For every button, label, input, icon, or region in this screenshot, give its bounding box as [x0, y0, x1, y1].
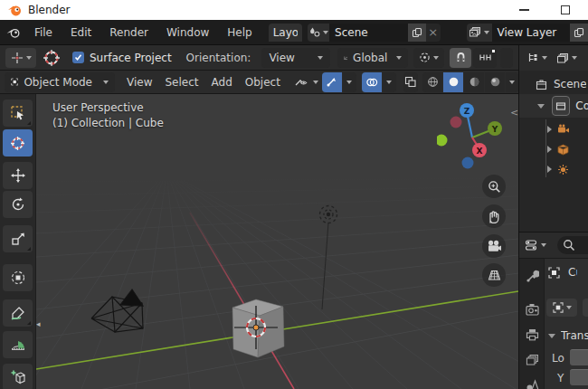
- outliner-object-row-camera[interactable]: [519, 119, 588, 139]
- gizmo-y-ball[interactable]: Y: [488, 121, 502, 136]
- search-icon: [563, 239, 575, 251]
- view-layer-field[interactable]: View Layer: [492, 24, 571, 42]
- outliner-object-row-light[interactable]: [519, 159, 588, 179]
- gizmos-dropdown[interactable]: [343, 72, 356, 92]
- shading-rendered-button[interactable]: [485, 72, 505, 92]
- gizmo-arrow-icon: [326, 76, 337, 88]
- chevron-down-icon: [433, 56, 439, 60]
- workspace-tab-layout[interactable]: Layout: [269, 24, 302, 42]
- toolbar-expand-arrow[interactable]: ◂: [36, 319, 41, 328]
- collapse-arrow-icon[interactable]: [537, 104, 545, 109]
- object-type-visibility-dropdown[interactable]: [294, 76, 318, 89]
- tab-output[interactable]: [521, 324, 543, 346]
- menu-render[interactable]: Render: [100, 26, 157, 39]
- tool-add-cube[interactable]: [3, 364, 33, 389]
- breadcrumb-object-name: Cube: [568, 266, 577, 279]
- properties-tab-strip: [519, 259, 545, 389]
- mode-dropdown[interactable]: Object Mode: [5, 72, 115, 92]
- zoom-button[interactable]: [482, 175, 506, 198]
- outliner-filter-dropdown[interactable]: [556, 52, 577, 64]
- material-sphere-icon: [469, 76, 480, 88]
- tool-select-box[interactable]: [3, 100, 33, 127]
- camera-view-button[interactable]: [482, 234, 506, 258]
- object-selector-dropdown[interactable]: [546, 299, 577, 317]
- gizmo-neg-y-ball[interactable]: [437, 135, 448, 147]
- scene-browse-button[interactable]: [308, 24, 329, 42]
- properties-breadcrumb: Cube: [548, 266, 577, 279]
- clipped-widget[interactable]: [500, 48, 513, 68]
- menu-edit[interactable]: Edit: [62, 26, 100, 39]
- menu-help[interactable]: Help: [218, 26, 261, 39]
- minimize-button[interactable]: [508, 0, 539, 20]
- pivot-point-dropdown[interactable]: [413, 48, 444, 68]
- viewport-menu-select[interactable]: Select: [158, 76, 204, 89]
- 3d-viewport[interactable]: User Perspective (1) Collection | Cube Z…: [36, 94, 518, 389]
- maximize-button[interactable]: [550, 0, 581, 20]
- shading-material-button[interactable]: [464, 72, 484, 92]
- chevron-down-icon: [386, 81, 392, 84]
- expand-arrow-icon[interactable]: [547, 146, 552, 153]
- show-overlays-toggle[interactable]: [362, 72, 382, 92]
- 3d-cursor-icon: [42, 48, 62, 68]
- outliner-collection-row[interactable]: Collection: [519, 94, 588, 118]
- outliner-scene-row[interactable]: Scene: [519, 74, 588, 94]
- tool-annotate[interactable]: [3, 299, 33, 327]
- blender-logo-icon[interactable]: [5, 25, 22, 40]
- tool-scale[interactable]: [3, 225, 33, 252]
- navigation-gizmo[interactable]: Z Y X: [437, 100, 509, 172]
- viewport-menu-add[interactable]: Add: [205, 76, 239, 89]
- show-gizmos-toggle[interactable]: [322, 72, 342, 92]
- shading-solid-button[interactable]: [443, 72, 463, 92]
- scene-row-label: Scene: [554, 78, 586, 90]
- view-layer-copy-button[interactable]: [570, 24, 588, 42]
- shading-dropdown[interactable]: [506, 72, 518, 92]
- orientation-dropdown[interactable]: View: [261, 48, 330, 68]
- properties-search-field[interactable]: [557, 236, 588, 254]
- tool-rotate[interactable]: [3, 191, 33, 218]
- tool-cursor[interactable]: [3, 129, 33, 157]
- outliner-object-row-cube[interactable]: [519, 139, 588, 159]
- location-x-field[interactable]: [570, 349, 588, 365]
- shading-wireframe-button[interactable]: [422, 72, 442, 92]
- gizmo-x-ball[interactable]: X: [472, 143, 487, 157]
- scene-unlink-button[interactable]: ×: [426, 24, 441, 42]
- transform-panel-header[interactable]: Transform: [548, 329, 588, 342]
- tool-transform[interactable]: [3, 264, 33, 291]
- overlays-dropdown[interactable]: [383, 72, 396, 92]
- snap-toggle-button[interactable]: [450, 48, 471, 68]
- xray-toggle[interactable]: [403, 72, 418, 92]
- tab-view-layer[interactable]: [521, 349, 543, 371]
- menu-file[interactable]: File: [25, 26, 62, 39]
- properties-editor-type-dropdown[interactable]: [525, 239, 546, 251]
- tool-move[interactable]: [3, 162, 33, 189]
- surface-project-checkbox[interactable]: [72, 52, 84, 63]
- expand-arrow-icon[interactable]: [547, 126, 552, 133]
- collection-icon-button[interactable]: [552, 96, 570, 116]
- outliner-display-mode-dropdown[interactable]: [526, 52, 547, 64]
- tab-render[interactable]: [521, 299, 543, 320]
- sidebar-toggle[interactable]: <: [510, 107, 518, 119]
- top-menubar: File Edit Render Window Help Layout Scen…: [0, 20, 588, 45]
- perspective-toggle-button[interactable]: [482, 263, 506, 287]
- gizmo-neg-z-ball[interactable]: [462, 157, 474, 169]
- tab-tool[interactable]: [521, 264, 543, 286]
- transform-orientation-dropdown[interactable]: Global: [337, 48, 408, 68]
- viewport-menu-object[interactable]: Object: [239, 76, 287, 89]
- gizmo-z-ball[interactable]: Z: [460, 103, 474, 118]
- menu-window[interactable]: Window: [157, 26, 218, 39]
- location-y-field[interactable]: [570, 369, 588, 385]
- expand-arrow-icon[interactable]: [547, 166, 552, 173]
- tab-scene[interactable]: [521, 375, 543, 389]
- camera-object[interactable]: [91, 289, 143, 332]
- snap-target-dropdown[interactable]: [473, 48, 497, 68]
- gizmo-neg-x-ball[interactable]: [450, 117, 462, 128]
- pan-button[interactable]: [482, 204, 506, 228]
- scene-name-field[interactable]: Scene: [329, 24, 408, 42]
- active-tool-button[interactable]: [5, 48, 36, 68]
- properties-header: [519, 232, 588, 259]
- viewport-menu-view[interactable]: View: [120, 76, 158, 89]
- tool-measure[interactable]: [3, 331, 33, 358]
- view-layer-browse-button[interactable]: [467, 24, 492, 42]
- object-name-field-clipped[interactable]: [583, 299, 588, 317]
- scene-copy-button[interactable]: [408, 24, 426, 42]
